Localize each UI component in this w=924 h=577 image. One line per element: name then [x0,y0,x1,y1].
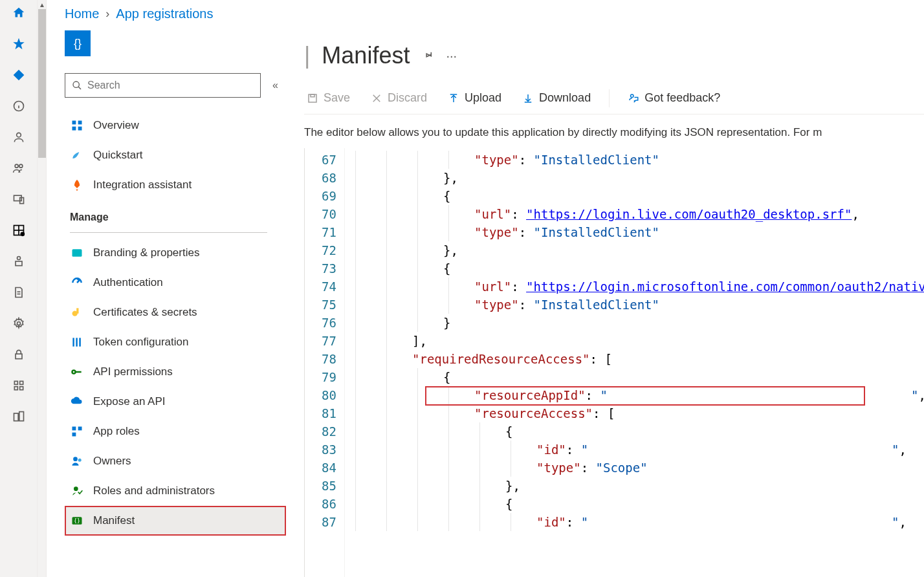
lock-icon[interactable] [11,347,27,362]
svg-point-12 [17,257,20,260]
svg-rect-13 [16,261,22,266]
scroll-thumb[interactable] [38,9,46,158]
close-icon [371,93,382,104]
svg-point-3 [16,133,21,137]
svg-rect-34 [76,338,78,346]
svg-rect-40 [72,433,76,437]
svg-point-36 [72,371,76,374]
search-input[interactable] [87,80,254,91]
people-icon[interactable] [11,160,27,176]
enterprise-icon[interactable] [11,409,27,424]
title-separator: | [304,42,310,69]
home-icon[interactable] [11,5,27,21]
more-icon[interactable]: ··· [446,49,457,63]
svg-point-41 [73,457,78,461]
sidebar-item-roles-admins[interactable]: Roles and administrators [65,476,286,506]
svg-point-24 [73,82,79,87]
sidebar-item-label: Authentication [93,276,163,289]
api-perm-icon [70,365,84,379]
sidebar-item-expose-api[interactable]: Expose an API [65,387,286,417]
svg-rect-33 [72,338,74,346]
svg-point-5 [19,164,22,168]
sidebar-item-label: Integration assistant [93,179,192,191]
breadcrumb-page[interactable]: App registrations [116,6,213,21]
key-icon [70,305,84,320]
svg-rect-20 [14,387,17,390]
svg-rect-26 [72,121,76,125]
save-icon [307,93,318,104]
sidebar-item-label: Owners [93,455,131,468]
sidebar-item-manifest[interactable]: {} Manifest [65,506,286,536]
svg-rect-22 [14,413,18,421]
upload-icon [448,93,459,104]
breadcrumb: Home › App registrations [47,0,924,30]
download-icon [522,93,534,104]
person-icon[interactable] [11,129,27,145]
collapse-sidebar-button[interactable]: « [272,80,286,91]
code-area[interactable]: "type": "InstalledClient"},{"url": "http… [345,148,924,577]
editor-description: The editor below allows you to update th… [304,114,924,148]
owners-icon [70,454,84,468]
page-title: Manifest [322,42,410,69]
divider [70,232,267,233]
sidebar-item-branding[interactable]: Branding & properties [65,238,286,268]
sidebar-item-label: Branding & properties [93,246,199,259]
save-button: Save [304,89,353,107]
svg-line-25 [78,87,81,89]
diamond-icon[interactable] [11,67,27,83]
svg-rect-38 [72,427,76,431]
sidebar-item-token[interactable]: Token configuration [65,327,286,357]
box-icon[interactable] [11,254,27,269]
svg-rect-28 [72,127,76,131]
feedback-icon [628,93,639,104]
breadcrumb-home[interactable]: Home [65,6,99,21]
quickstart-icon [70,148,84,162]
rail-scrollbar[interactable]: ▲ [38,0,47,577]
svg-point-11 [21,232,24,235]
sidebar-item-owners[interactable]: Owners [65,446,286,476]
svg-rect-47 [311,94,314,97]
left-rail [0,0,38,577]
devices-icon[interactable] [11,191,27,207]
sidebar-item-certificates[interactable]: Certificates & secrets [65,298,286,327]
info-icon[interactable] [11,98,27,114]
sidebar-item-app-roles[interactable]: App roles [65,417,286,446]
app-icon[interactable] [11,378,27,393]
resource-sidebar: {} « Overview Quickstart [47,30,286,577]
svg-point-16 [17,322,20,325]
document-icon[interactable] [11,285,27,300]
svg-rect-32 [76,308,78,313]
json-editor[interactable]: 6768697071727374757677787980818283848586… [304,148,924,577]
pin-icon[interactable] [421,49,434,62]
sidebar-item-label: App roles [93,425,140,438]
cloud-icon [70,395,84,409]
sidebar-item-integration[interactable]: Integration assistant [65,170,286,200]
svg-rect-18 [14,381,17,384]
gear-icon[interactable] [11,316,27,331]
svg-point-4 [15,164,18,168]
discard-button: Discard [368,89,430,107]
download-button[interactable]: Download [520,89,593,107]
sidebar-search[interactable] [65,73,261,98]
feedback-button[interactable]: Got feedback? [625,89,723,107]
upload-button[interactable]: Upload [445,89,504,107]
sidebar-item-api-permissions[interactable]: API permissions [65,357,286,387]
svg-rect-39 [78,427,82,431]
sidebar-item-authentication[interactable]: Authentication [65,268,286,298]
svg-rect-29 [78,127,82,131]
sidebar-item-overview[interactable]: Overview [65,111,286,140]
branding-icon [70,246,84,260]
grid-icon[interactable] [11,223,27,238]
sidebar-item-quickstart[interactable]: Quickstart [65,140,286,170]
svg-point-43 [74,486,78,491]
toolbar: Save Discard Upload Download [304,86,924,114]
sidebar-item-label: Token configuration [93,336,188,349]
toolbar-divider [609,89,610,107]
scroll-up-icon[interactable]: ▲ [39,1,45,8]
svg-rect-46 [309,94,316,102]
sidebar-item-label: Roles and administrators [93,484,215,497]
sidebar-item-label: Expose an API [93,395,166,408]
line-gutter: 6768697071727374757677787980818283848586… [305,148,345,577]
star-icon[interactable] [11,36,27,52]
svg-point-54 [631,94,634,98]
